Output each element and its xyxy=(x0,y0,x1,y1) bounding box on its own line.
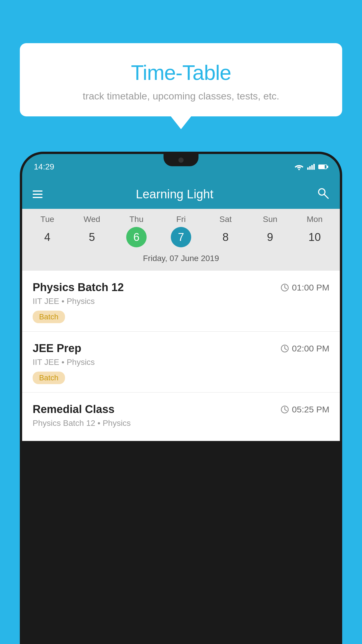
day-col-wed[interactable]: Wed 5 xyxy=(73,215,111,247)
schedule-item-2[interactable]: JEE Prep 02:00 PM IIT JEE • Physics Batc… xyxy=(22,332,340,393)
day-label-wed: Wed xyxy=(84,215,100,224)
schedule-item-3-title: Remedial Class xyxy=(33,403,115,416)
svg-line-2 xyxy=(324,194,328,198)
schedule-item-2-title: JEE Prep xyxy=(33,342,81,355)
schedule-item-3[interactable]: Remedial Class 05:25 PM Physics Batch 12… xyxy=(22,393,340,441)
clock-icon-3 xyxy=(280,405,289,414)
day-label-tue: Tue xyxy=(41,215,54,224)
day-label-sun: Sun xyxy=(263,215,277,224)
schedule-item-2-header: JEE Prep 02:00 PM xyxy=(33,342,329,355)
wifi-icon xyxy=(294,163,304,170)
schedule-item-1-title: Physics Batch 12 xyxy=(33,281,124,294)
tooltip-subtitle: track timetable, upcoming classes, tests… xyxy=(34,90,328,102)
day-number-tue: 4 xyxy=(37,227,57,247)
day-col-mon[interactable]: Mon 10 xyxy=(296,215,333,247)
schedule-item-3-header: Remedial Class 05:25 PM xyxy=(33,403,329,416)
day-number-mon: 10 xyxy=(304,227,325,247)
day-number-sun: 9 xyxy=(260,227,280,247)
clock-icon-1 xyxy=(280,283,289,292)
battery-icon xyxy=(318,164,328,169)
calendar-section: Tue 4 Wed 5 Thu 6 Fri 7 Sat 8 Sun 9 xyxy=(22,209,340,271)
day-label-fri: Fri xyxy=(176,215,186,224)
day-label-thu: Thu xyxy=(129,215,143,224)
phone-notch xyxy=(164,154,198,166)
batch-tag-1: Batch xyxy=(33,311,65,323)
phone-side-button-left xyxy=(20,212,20,236)
phone-frame: 14:29 xyxy=(20,152,342,644)
day-col-sun[interactable]: Sun 9 xyxy=(251,215,289,247)
status-time: 14:29 xyxy=(34,162,54,172)
app-title: Learning Light xyxy=(41,187,308,201)
schedule-item-3-time: 05:25 PM xyxy=(280,405,329,414)
day-col-fri[interactable]: Fri 7 xyxy=(162,215,200,247)
schedule-item-2-time: 02:00 PM xyxy=(280,344,329,354)
schedule-item-1-sub: IIT JEE • Physics xyxy=(33,297,329,306)
calendar-days-row: Tue 4 Wed 5 Thu 6 Fri 7 Sat 8 Sun 9 xyxy=(22,215,340,247)
svg-point-0 xyxy=(298,169,300,170)
day-col-tue[interactable]: Tue 4 xyxy=(28,215,66,247)
status-bar: 14:29 xyxy=(22,154,340,180)
day-number-thu: 6 xyxy=(126,227,147,247)
day-number-sat: 8 xyxy=(215,227,236,247)
svg-line-8 xyxy=(285,349,287,350)
svg-line-5 xyxy=(285,288,287,289)
schedule-item-1-header: Physics Batch 12 01:00 PM xyxy=(33,281,329,294)
schedule-item-2-sub: IIT JEE • Physics xyxy=(33,358,329,367)
hamburger-line xyxy=(33,190,43,192)
batch-tag-2: Batch xyxy=(33,372,65,384)
tooltip-title: Time-Table xyxy=(34,61,328,85)
hamburger-line xyxy=(33,197,43,198)
camera-dot xyxy=(178,158,184,163)
schedule-list: Physics Batch 12 01:00 PM IIT JEE • Phys… xyxy=(22,271,340,441)
status-icons xyxy=(294,163,328,170)
day-col-thu[interactable]: Thu 6 xyxy=(117,215,155,247)
phone-side-button-right xyxy=(342,206,342,224)
hamburger-line xyxy=(33,194,43,195)
search-button[interactable] xyxy=(317,187,329,202)
schedule-item-1[interactable]: Physics Batch 12 01:00 PM IIT JEE • Phys… xyxy=(22,271,340,332)
signal-icon xyxy=(307,164,315,170)
hamburger-menu-button[interactable] xyxy=(33,190,43,198)
tooltip-card: Time-Table track timetable, upcoming cla… xyxy=(20,43,342,116)
schedule-item-3-sub: Physics Batch 12 • Physics xyxy=(33,419,329,428)
time-label-3: 05:25 PM xyxy=(292,405,329,414)
selected-date-label: Friday, 07 June 2019 xyxy=(22,251,340,268)
clock-icon-2 xyxy=(280,344,289,353)
app-header: Learning Light xyxy=(22,180,340,209)
schedule-item-1-time: 01:00 PM xyxy=(280,283,329,293)
svg-line-11 xyxy=(285,410,287,411)
day-col-sat[interactable]: Sat 8 xyxy=(207,215,245,247)
day-label-mon: Mon xyxy=(307,215,322,224)
day-label-sat: Sat xyxy=(219,215,232,224)
day-number-wed: 5 xyxy=(82,227,102,247)
time-label-1: 01:00 PM xyxy=(292,283,329,293)
day-number-fri: 7 xyxy=(171,227,191,247)
time-label-2: 02:00 PM xyxy=(292,344,329,354)
